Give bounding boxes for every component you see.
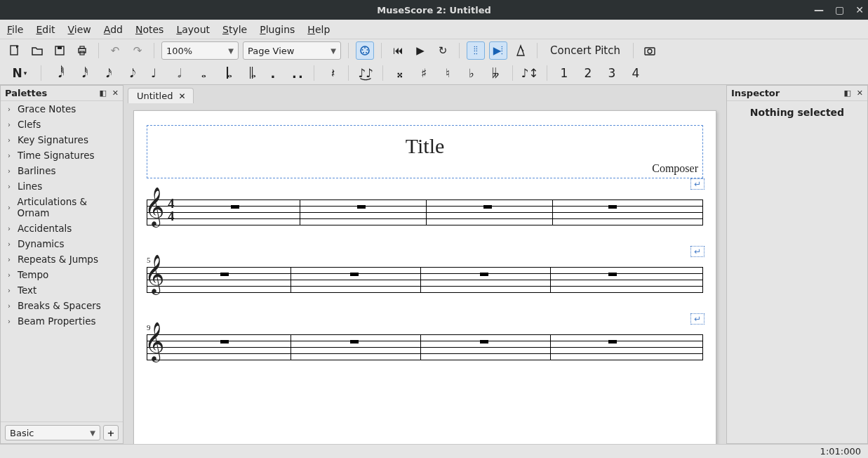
palette-item-dynamics[interactable]: ›Dynamics xyxy=(1,236,123,251)
system-break-icon[interactable]: ↵ xyxy=(690,313,705,325)
duration-32nd-icon[interactable]: 𝅘𝅥𝅰 xyxy=(72,64,92,82)
duration-breve-icon[interactable]: ⏐𝅝⏐ xyxy=(215,64,235,82)
score-scroll[interactable]: Title Composer ↵ 𝄞 4 4 xyxy=(123,103,726,444)
double-flat-icon[interactable]: 𝄫 xyxy=(486,64,505,82)
undock-icon[interactable]: ◧ xyxy=(99,89,106,98)
voice-4-button[interactable]: 4 xyxy=(626,64,646,82)
tab-close-icon[interactable]: ✕ xyxy=(178,91,185,101)
whole-rest[interactable] xyxy=(350,340,359,344)
panel-close-icon[interactable]: ✕ xyxy=(112,89,119,98)
redo-icon[interactable]: ↷ xyxy=(128,41,147,60)
undo-icon[interactable]: ↶ xyxy=(106,41,124,60)
panel-close-icon[interactable]: ✕ xyxy=(857,89,863,98)
view-mode-combo[interactable]: Page View ▼ xyxy=(243,41,341,60)
menu-view[interactable]: View xyxy=(68,20,91,39)
natural-icon[interactable]: ♮ xyxy=(438,64,458,82)
whole-rest[interactable] xyxy=(480,273,488,276)
play-icon[interactable]: ▶ xyxy=(411,41,429,60)
palette-item-barlines[interactable]: ›Barlines xyxy=(1,163,123,178)
whole-rest[interactable] xyxy=(357,205,366,209)
menu-notes[interactable]: Notes xyxy=(135,20,163,39)
staff[interactable]: 𝄞 xyxy=(147,334,703,360)
duration-64th-icon[interactable]: 𝅘𝅥𝅱 xyxy=(48,64,68,82)
score-tab-untitled[interactable]: Untitled ✕ xyxy=(128,88,194,103)
play-repeats-icon[interactable]: ⦙⦙ xyxy=(467,41,485,60)
palette-item-key-signatures[interactable]: ›Key Signatures xyxy=(1,132,123,148)
palette-item-articulations[interactable]: ›Articulations & Ornam xyxy=(1,194,123,221)
title-frame[interactable]: Title Composer xyxy=(147,125,703,178)
score-page[interactable]: Title Composer ↵ 𝄞 4 4 xyxy=(133,110,716,444)
staff[interactable]: 𝄞 xyxy=(147,267,703,292)
minimize-icon[interactable]: — xyxy=(814,4,824,15)
undock-icon[interactable]: ◧ xyxy=(843,89,850,98)
double-sharp-icon[interactable]: 𝄪 xyxy=(390,64,410,82)
rewind-icon[interactable]: ⏮ xyxy=(389,41,407,60)
whole-rest[interactable] xyxy=(480,340,488,344)
loop-icon[interactable]: ↻ xyxy=(434,41,452,60)
metronome-icon[interactable] xyxy=(512,41,530,60)
workspace-combo[interactable]: Basic ▼ xyxy=(5,425,100,440)
tie-icon[interactable]: ♪͜♪ xyxy=(356,64,375,82)
duration-whole-icon[interactable]: 𝅝 xyxy=(192,64,211,82)
double-dot-icon[interactable]: . . xyxy=(287,64,307,82)
flip-direction-icon[interactable]: ♪↕ xyxy=(520,64,540,82)
palette-item-text[interactable]: ›Text xyxy=(1,282,123,298)
print-icon[interactable] xyxy=(73,41,91,60)
sharp-icon[interactable]: ♯ xyxy=(414,64,434,82)
menu-plugins[interactable]: Plugins xyxy=(260,20,295,39)
midi-input-icon[interactable] xyxy=(356,41,374,60)
voice-3-button[interactable]: 3 xyxy=(602,64,622,82)
maximize-icon[interactable]: ▢ xyxy=(835,4,844,15)
add-workspace-button[interactable]: + xyxy=(103,425,119,440)
whole-rest[interactable] xyxy=(483,205,492,209)
duration-16th-icon[interactable]: 𝅘𝅥𝅯 xyxy=(96,64,116,82)
rest-icon[interactable]: 𝄽 xyxy=(321,64,341,82)
duration-8th-icon[interactable]: 𝅘𝅥𝅮 xyxy=(120,64,140,82)
palette-item-clefs[interactable]: ›Clefs xyxy=(1,117,123,132)
whole-rest[interactable] xyxy=(220,340,229,344)
system-break-icon[interactable]: ↵ xyxy=(690,178,705,190)
whole-rest[interactable] xyxy=(608,340,617,344)
voice-1-button[interactable]: 1 xyxy=(554,64,574,82)
staff[interactable]: 𝄞 4 4 xyxy=(147,199,703,225)
system-break-icon[interactable]: ↵ xyxy=(690,246,705,257)
note-input-button[interactable]: N ▾ xyxy=(6,64,34,82)
zoom-combo[interactable]: 100% ▼ xyxy=(161,41,239,60)
close-icon[interactable]: ✕ xyxy=(855,4,864,15)
palette-item-beam[interactable]: ›Beam Properties xyxy=(1,313,123,329)
palettes-title: Palettes xyxy=(5,88,47,98)
pan-icon[interactable]: ▶⦙ xyxy=(489,41,507,60)
voice-2-button[interactable]: 2 xyxy=(578,64,598,82)
score-title[interactable]: Title xyxy=(406,134,445,158)
save-icon[interactable] xyxy=(51,41,69,60)
duration-longa-icon[interactable]: ⏐⏐𝅝⏐⏐ xyxy=(239,64,259,82)
menu-help[interactable]: Help xyxy=(307,20,330,39)
palette-item-time-signatures[interactable]: ›Time Signatures xyxy=(1,148,123,163)
palette-item-repeats[interactable]: ›Repeats & Jumps xyxy=(1,251,123,267)
score-composer[interactable]: Composer xyxy=(652,162,698,175)
whole-rest[interactable] xyxy=(231,205,239,209)
whole-rest[interactable] xyxy=(608,273,617,276)
menu-edit[interactable]: Edit xyxy=(36,20,55,39)
dot-icon[interactable]: . xyxy=(263,64,283,82)
palette-item-lines[interactable]: ›Lines xyxy=(1,178,123,194)
open-icon[interactable] xyxy=(28,41,46,60)
palette-item-accidentals[interactable]: ›Accidentals xyxy=(1,221,123,236)
duration-half-icon[interactable]: 𝅗𝅥 xyxy=(168,64,187,82)
whole-rest[interactable] xyxy=(220,273,229,276)
palette-item-grace-notes[interactable]: ›Grace Notes xyxy=(1,101,123,117)
flat-icon[interactable]: ♭ xyxy=(462,64,481,82)
menu-file[interactable]: File xyxy=(7,20,23,39)
duration-quarter-icon[interactable]: ♩ xyxy=(144,64,163,82)
whole-rest[interactable] xyxy=(608,205,617,209)
palette-item-tempo[interactable]: ›Tempo xyxy=(1,267,123,282)
screenshot-icon[interactable] xyxy=(641,41,659,60)
menu-add[interactable]: Add xyxy=(104,20,123,39)
menu-layout[interactable]: Layout xyxy=(176,20,210,39)
menu-style[interactable]: Style xyxy=(222,20,247,39)
new-score-icon[interactable] xyxy=(6,41,24,60)
concert-pitch-button[interactable]: Concert Pitch xyxy=(545,41,626,60)
separator xyxy=(348,65,349,81)
palette-item-breaks[interactable]: ›Breaks & Spacers xyxy=(1,298,123,313)
whole-rest[interactable] xyxy=(350,273,359,276)
